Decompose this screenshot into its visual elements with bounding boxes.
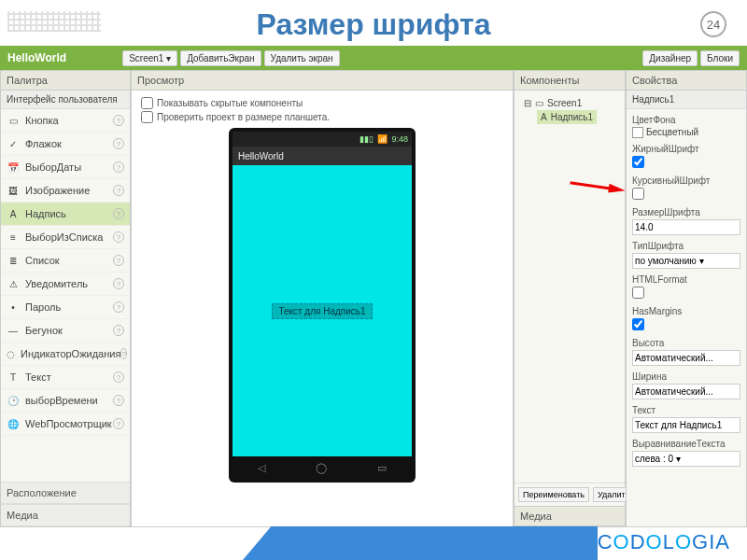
label-component[interactable]: Текст для Надпись1: [272, 303, 372, 319]
tree-child-label[interactable]: A Надпись1: [537, 110, 597, 124]
palette-item-label: ИндикаторОжидания: [21, 348, 120, 359]
palette-item-icon: 📅: [7, 161, 20, 174]
bold-checkbox[interactable]: [632, 156, 644, 168]
textalign-select[interactable]: [632, 451, 740, 467]
palette-item-1[interactable]: ✓Флажок?: [1, 133, 130, 156]
add-screen-button[interactable]: ДобавитьЭкран: [180, 50, 261, 66]
rename-button[interactable]: Переименовать: [518, 487, 589, 502]
decoration-dots: [7, 11, 101, 32]
back-icon: ◁: [258, 462, 265, 474]
help-icon[interactable]: ?: [113, 325, 124, 336]
tablet-preview-label: Проверить проект в размере планшета.: [157, 112, 330, 122]
width-input[interactable]: [632, 384, 740, 399]
help-icon[interactable]: ?: [113, 278, 124, 289]
phone-appbar: HelloWorld: [233, 147, 412, 165]
text-input[interactable]: [632, 417, 740, 433]
palette-item-icon: —: [7, 324, 20, 337]
home-icon: ◯: [316, 462, 327, 474]
recent-icon: ▭: [377, 462, 387, 474]
slide-number-badge: 24: [700, 11, 726, 37]
show-hidden-checkbox[interactable]: [141, 97, 153, 109]
tablet-preview-checkbox[interactable]: [141, 111, 153, 123]
phone-screen[interactable]: Текст для Надпись1: [233, 165, 412, 456]
help-icon[interactable]: ?: [113, 185, 124, 196]
help-icon[interactable]: ?: [113, 231, 124, 243]
screen-buttons: Screen1 ▾ ДобавитьЭкран Удалить экран: [122, 50, 340, 66]
media-header: Медиа: [514, 506, 625, 526]
palette-item-3[interactable]: 🖼Изображение?: [1, 179, 130, 203]
height-input[interactable]: [632, 350, 740, 366]
designer-tab-button[interactable]: Дизайнер: [642, 50, 698, 66]
palette-item-label: Текст: [25, 371, 51, 383]
palette-item-label: выборВремени: [25, 395, 98, 406]
typeface-label: ТипШрифта: [632, 241, 740, 251]
help-icon[interactable]: ?: [113, 138, 124, 149]
typeface-select[interactable]: [632, 253, 740, 269]
wifi-icon: 📶: [377, 134, 388, 144]
collapse-icon[interactable]: ⊟: [524, 98, 531, 108]
palette-item-11[interactable]: TТекст?: [1, 366, 130, 389]
palette-category-ui[interactable]: Интерфейс пользователя: [1, 91, 130, 109]
palette-item-2[interactable]: 📅ВыборДаты?: [1, 156, 130, 179]
properties-target: Надпись1: [627, 91, 746, 109]
italic-checkbox[interactable]: [632, 188, 644, 200]
palette-item-label: Изображение: [25, 185, 90, 196]
help-icon[interactable]: ?: [113, 115, 124, 126]
palette-item-5[interactable]: ≡ВыборИзСписка?: [1, 226, 130, 249]
blocks-tab-button[interactable]: Блоки: [700, 50, 740, 66]
palette-item-12[interactable]: 🕑выборВремени?: [1, 389, 130, 413]
bgcolor-swatch[interactable]: [632, 127, 643, 138]
fontsize-input[interactable]: [632, 219, 740, 235]
bold-label: ЖирныйШрифт: [632, 144, 740, 154]
show-hidden-label: Показывать скрытые компоненты: [157, 98, 303, 108]
app-topbar: HelloWorld Screen1 ▾ ДобавитьЭкран Удали…: [0, 46, 747, 70]
palette-item-icon: T: [7, 371, 20, 384]
palette-item-9[interactable]: —Бегунок?: [1, 319, 130, 343]
palette-item-label: ВыборИзСписка: [25, 231, 103, 243]
fontsize-label: РазмерШрифта: [632, 207, 740, 217]
help-icon[interactable]: ?: [113, 418, 124, 429]
help-icon[interactable]: ?: [113, 161, 124, 173]
palette-category-media[interactable]: Медиа: [1, 504, 130, 526]
help-icon[interactable]: ?: [113, 208, 124, 219]
palette-item-label: Надпись: [25, 208, 66, 219]
height-label: Высота: [632, 338, 740, 348]
palette-category-layout[interactable]: Расположение: [1, 482, 130, 504]
viewer-panel: Просмотр Показывать скрытые компоненты П…: [131, 70, 514, 527]
slide-title: Размер шрифта: [0, 0, 747, 46]
status-time: 9:48: [391, 134, 408, 144]
hasmargins-checkbox[interactable]: [632, 318, 644, 330]
palette-item-label: Бегунок: [25, 325, 63, 336]
properties-header: Свойства: [627, 71, 746, 91]
screen-icon: ▭: [535, 98, 543, 108]
palette-item-7[interactable]: ⚠Уведомитель?: [1, 273, 130, 296]
help-icon[interactable]: ?: [120, 348, 126, 359]
palette-item-icon: 🖼: [7, 184, 20, 197]
palette-item-13[interactable]: 🌐WebПросмотрщик?: [1, 413, 130, 436]
footer-decoration: [243, 526, 598, 560]
bgcolor-value[interactable]: Бесцветный: [646, 127, 698, 137]
palette-item-icon: ◌: [7, 347, 15, 360]
palette-item-icon: •: [7, 301, 20, 314]
palette-item-0[interactable]: ▭Кнопка?: [1, 109, 130, 133]
palette-item-8[interactable]: •Пароль?: [1, 296, 130, 319]
screen-select-button[interactable]: Screen1 ▾: [122, 50, 177, 66]
italic-label: КурсивныйШрифт: [632, 175, 740, 186]
palette-item-4[interactable]: AНадпись?: [1, 203, 130, 226]
palette-item-icon: ⚠: [7, 277, 20, 290]
htmlformat-label: HTMLFormat: [632, 274, 740, 285]
tree-root-screen[interactable]: ⊟ ▭ Screen1: [520, 96, 619, 110]
palette-item-label: ВыборДаты: [25, 161, 81, 173]
palette-item-label: Уведомитель: [25, 278, 88, 289]
remove-screen-button[interactable]: Удалить экран: [264, 50, 340, 66]
help-icon[interactable]: ?: [113, 371, 124, 383]
help-icon[interactable]: ?: [113, 395, 124, 406]
htmlformat-checkbox[interactable]: [632, 287, 644, 299]
palette-item-label: Флажок: [25, 138, 62, 149]
palette-item-10[interactable]: ◌ИндикаторОжидания?: [1, 343, 130, 366]
palette-item-6[interactable]: ≣Список?: [1, 249, 130, 273]
help-icon[interactable]: ?: [113, 301, 124, 313]
viewer-header: Просмотр: [132, 71, 513, 91]
help-icon[interactable]: ?: [113, 255, 124, 266]
components-header: Компоненты: [514, 71, 625, 91]
